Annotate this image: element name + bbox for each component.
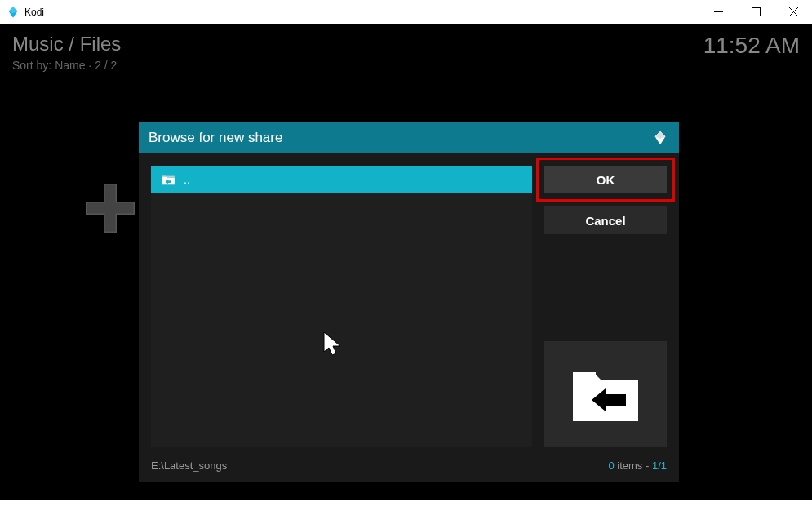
window-controls	[699, 0, 812, 24]
kodi-logo-icon	[651, 129, 669, 147]
app-title: Kodi	[24, 7, 44, 18]
ok-highlight-box: OK	[536, 158, 675, 202]
kodi-logo-icon	[7, 6, 20, 19]
breadcrumb: Music / Files	[12, 33, 121, 55]
kodi-header: Music / Files Sort by: Name · 2 / 2 11:5…	[0, 24, 812, 80]
ok-button[interactable]: OK	[544, 166, 667, 193]
items-count: 0	[608, 460, 614, 472]
file-item-label: ..	[184, 173, 190, 186]
svg-rect-1	[752, 8, 760, 16]
app-content: Music / Files Sort by: Name · 2 / 2 11:5…	[0, 24, 812, 500]
bottom-margin	[0, 500, 812, 515]
dialog-header: Browse for new share	[139, 122, 679, 153]
cancel-button[interactable]: Cancel	[544, 206, 667, 234]
add-source-icon	[82, 180, 139, 237]
parent-directory-item[interactable]: ..	[151, 166, 532, 193]
svg-rect-7	[87, 203, 134, 214]
app-logo-title: Kodi	[7, 6, 44, 19]
sort-info: Sort by: Name · 2 / 2	[12, 59, 121, 72]
maximize-button[interactable]	[737, 0, 774, 24]
svg-rect-8	[162, 176, 175, 177]
folder-back-icon	[569, 364, 642, 425]
browse-dialog: Browse for new share .. OK	[139, 122, 679, 482]
file-list[interactable]: ..	[151, 166, 532, 447]
window-titlebar: Kodi	[0, 0, 812, 24]
dialog-footer: E:\Latest_songs 0 items - 1/1	[139, 460, 679, 482]
svg-rect-9	[573, 372, 596, 376]
minimize-button[interactable]	[699, 0, 737, 24]
close-button[interactable]	[774, 0, 812, 24]
page-indicator: 1/1	[652, 460, 667, 472]
preview-thumbnail	[544, 341, 667, 447]
dialog-body: .. OK Cancel	[139, 153, 679, 460]
folder-up-icon	[161, 174, 175, 185]
items-info: 0 items - 1/1	[608, 460, 667, 472]
items-word: items -	[615, 460, 652, 472]
dialog-title: Browse for new share	[149, 130, 282, 146]
current-path: E:\Latest_songs	[151, 460, 227, 472]
clock: 11:52 AM	[703, 33, 800, 59]
dialog-sidebar: OK Cancel	[544, 166, 667, 447]
